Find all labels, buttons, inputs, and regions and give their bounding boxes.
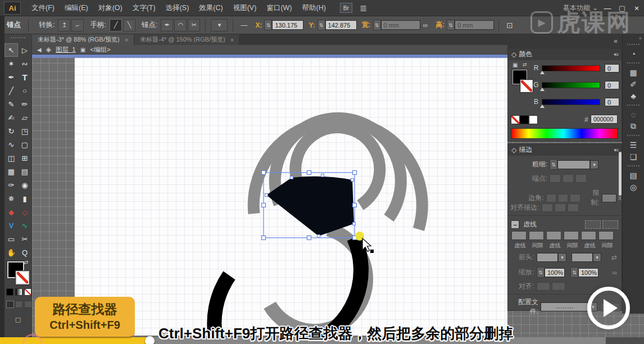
draw-normal-button[interactable] (6, 301, 14, 308)
b-channel-slider[interactable] (542, 99, 600, 105)
appearance-icon[interactable]: ◌ (626, 108, 641, 120)
panel-menu-icon[interactable]: ▾≡ (614, 52, 618, 57)
dash-input-1[interactable] (511, 231, 527, 240)
dock-grip[interactable] (627, 44, 640, 46)
none-swatch[interactable] (511, 115, 520, 124)
perspective-grid-tool[interactable]: ⊞ (18, 151, 31, 165)
stroke-panel-header[interactable]: ◇ 描边 ▾≡ (508, 144, 622, 156)
transform-icon[interactable]: ⊡ (506, 21, 513, 30)
width-tool[interactable]: ∿ (4, 138, 18, 151)
add-anchor-button[interactable]: ✒ (161, 19, 173, 31)
b-slider-thumb[interactable] (540, 105, 545, 108)
type-tool[interactable]: T (18, 70, 31, 84)
gradient-icon[interactable]: ▤ (626, 169, 641, 181)
menu-file[interactable]: 文件(F) (26, 0, 60, 16)
hex-input[interactable]: 000000 (591, 115, 618, 124)
panel-scrollbar[interactable] (619, 152, 622, 196)
shape-builder-tool[interactable]: ◫ (4, 151, 18, 165)
video-progress-knob[interactable] (145, 336, 155, 344)
tab-untitled-3[interactable]: 未标题-3* @ 88% (RGB/预览) × (32, 34, 134, 45)
align-outside-button[interactable] (568, 203, 579, 212)
menu-type[interactable]: 文字(T) (128, 0, 161, 16)
collapse-panels-icon[interactable]: « (614, 37, 618, 45)
slice-tool[interactable]: ✂ (18, 232, 31, 246)
pencil-tool[interactable]: ✏ (18, 97, 31, 111)
cap-round-button[interactable] (563, 174, 574, 183)
color-spectrum-bar[interactable] (511, 128, 618, 139)
bridge-icon[interactable]: Br (340, 3, 352, 13)
y-input[interactable]: 142.875 (325, 20, 357, 30)
join-bevel-button[interactable] (570, 194, 580, 202)
toolbar-grip[interactable] (11, 37, 25, 40)
cut-anchor-button[interactable]: ✂ (188, 19, 200, 31)
breadcrumb-group[interactable]: <编组> (90, 46, 110, 54)
pen-tool[interactable]: ✒ (4, 70, 18, 84)
free-transform-tool[interactable]: ▢ (18, 138, 31, 151)
scale-start-input[interactable]: 100% (545, 268, 565, 277)
collapse-dock-icon[interactable]: « (639, 35, 642, 41)
arrange-documents-icon[interactable]: ▥ (360, 4, 366, 12)
align-center-button[interactable] (542, 203, 553, 212)
draw-inside-button[interactable] (24, 301, 32, 308)
x-input[interactable]: 130.175 (272, 20, 303, 30)
width-spinner[interactable]: ⇅ (373, 20, 381, 30)
menu-object[interactable]: 对象(O) (93, 0, 128, 16)
arrow-end-dropdown-icon[interactable]: ▾ (593, 253, 601, 262)
panel-menu-icon[interactable]: ▾≡ (614, 147, 618, 153)
menu-edit[interactable]: 编辑(E) (60, 0, 93, 16)
live-paint-selection-tool[interactable]: ◇ (18, 205, 31, 219)
arrow-start-dropdown-icon[interactable]: ▾ (558, 253, 566, 262)
gradient-fill-button[interactable] (15, 288, 22, 296)
eyedropper-tool[interactable]: ✑ (4, 178, 18, 192)
link-scale-icon[interactable]: ∞ (612, 269, 617, 277)
lasso-tool[interactable]: ∾ (18, 57, 31, 70)
black-swatch[interactable] (520, 115, 529, 124)
paintbrush-tool[interactable]: ✎ (4, 97, 18, 111)
x-spinner[interactable]: ⇅ (264, 20, 272, 30)
restore-button[interactable]: ▢ (615, 4, 629, 12)
color-fill-button[interactable] (6, 288, 13, 296)
stroke-color-swatch[interactable] (16, 271, 29, 284)
panel-toggle-icon[interactable]: ◇ (511, 146, 516, 154)
weight-combo[interactable] (557, 160, 590, 169)
g-channel-slider[interactable] (542, 82, 600, 88)
y-spinner[interactable]: ⇅ (318, 20, 325, 30)
isolate-selection-button[interactable]: ▾ (211, 19, 228, 31)
image-trace-icon[interactable]: ⧉ (626, 120, 641, 132)
minimize-button[interactable]: — (600, 4, 615, 12)
r-slider-thumb[interactable] (540, 71, 545, 74)
dock-grip[interactable] (627, 105, 640, 107)
dock-grip[interactable] (627, 165, 640, 168)
align-arrow-tip-button[interactable] (537, 282, 550, 291)
close-button[interactable]: × (629, 4, 644, 12)
panel-toggle-icon[interactable]: ◇ (511, 51, 516, 58)
breadcrumb-layer[interactable]: 图层_1 (56, 46, 76, 54)
zoom-tool[interactable]: Q (18, 246, 31, 259)
gap-input-3[interactable] (598, 231, 614, 240)
panel-resize-grip[interactable] (556, 307, 573, 310)
transparency-icon[interactable]: ◎ (626, 181, 641, 193)
swap-arrows-icon[interactable]: ⇄ (611, 254, 617, 261)
gap-input-2[interactable] (564, 231, 579, 240)
height-spinner[interactable]: ⇅ (447, 20, 455, 30)
dash-input-3[interactable] (581, 231, 596, 240)
align-inside-button[interactable] (555, 203, 566, 212)
scale-end-spinner[interactable]: ⇅ (570, 267, 578, 278)
layers-icon[interactable]: ☰ (626, 139, 641, 151)
artboard-tool[interactable]: ▭ (4, 232, 18, 246)
gradient-tool[interactable]: ▤ (18, 165, 31, 178)
symbols-icon[interactable]: ♣ (626, 90, 641, 102)
convert-to-smooth-button[interactable]: ⌐ (71, 19, 84, 31)
r-channel-slider[interactable] (542, 65, 600, 71)
tab-close-icon[interactable]: × (125, 37, 128, 43)
white-swatch[interactable] (529, 115, 538, 124)
menu-help[interactable]: 帮助(H) (297, 0, 331, 16)
live-paint-bucket-tool[interactable]: ◆ (4, 205, 18, 219)
eraser-tool[interactable]: ▱ (18, 111, 31, 124)
symbol-sprayer-tool[interactable]: ✵ (4, 192, 18, 205)
swap-colors-icon[interactable]: ⇄ (523, 62, 527, 67)
line-tool[interactable]: ╱ (4, 84, 18, 97)
b-value-input[interactable]: 0 (605, 98, 619, 106)
align-arrow-end-button[interactable] (552, 282, 565, 291)
scale-start-spinner[interactable]: ⇅ (537, 267, 545, 278)
